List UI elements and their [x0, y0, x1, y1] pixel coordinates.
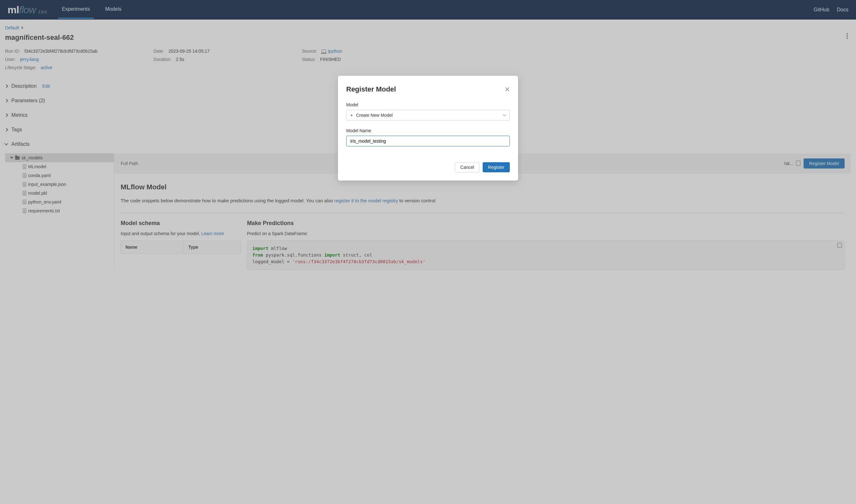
cancel-button[interactable]: Cancel [455, 162, 479, 172]
model-name-input[interactable] [346, 136, 510, 146]
model-select-label: Model [346, 102, 510, 107]
register-button[interactable]: Register [483, 162, 510, 172]
model-name-label: Model Name [346, 128, 510, 133]
model-select[interactable]: + Create New Model [346, 110, 510, 121]
register-model-dialog: Register Model Model + Create New Model … [338, 76, 518, 181]
plus-icon: + [350, 113, 353, 118]
model-select-value: Create New Model [356, 113, 392, 118]
close-icon[interactable] [505, 87, 510, 92]
chevron-down-icon [503, 113, 506, 116]
modal-title: Register Model [346, 85, 396, 93]
modal-overlay[interactable]: Register Model Model + Create New Model … [0, 0, 856, 504]
